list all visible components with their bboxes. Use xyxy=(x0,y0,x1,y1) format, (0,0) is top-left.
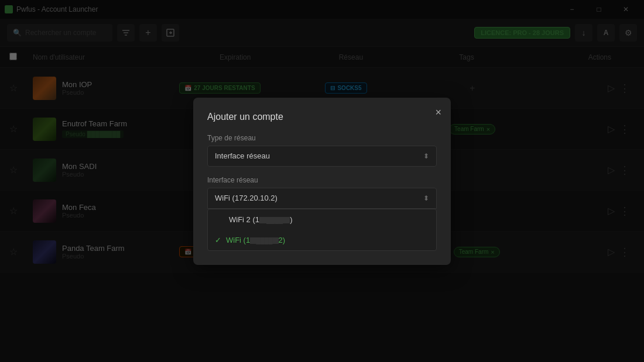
dropdown-options: WiFi 2 (1████) ✓ WiFi (1████2) xyxy=(207,209,437,251)
interface-label: Interface réseau xyxy=(207,176,437,184)
option-label: WiFi (1████2) xyxy=(226,236,285,244)
chevron-icon: ⬍ xyxy=(423,152,429,160)
interface-value: WiFi (172.20.10.2) xyxy=(215,194,278,202)
interface-select[interactable]: WiFi (172.20.10.2) ⬍ xyxy=(207,188,437,209)
checkmark-icon: ✓ xyxy=(215,236,221,244)
modal-overlay[interactable]: Ajouter un compte × Type de réseau Inter… xyxy=(0,0,644,362)
chevron-icon: ⬍ xyxy=(423,194,429,202)
network-type-select[interactable]: Interface réseau ⬍ xyxy=(207,146,437,167)
modal-title: Ajouter un compte xyxy=(207,112,437,122)
modal-close-button[interactable]: × xyxy=(435,107,441,118)
network-type-value: Interface réseau xyxy=(215,151,270,160)
network-type-label: Type de réseau xyxy=(207,134,437,142)
dropdown-option-selected[interactable]: ✓ WiFi (1████2) xyxy=(208,230,436,250)
option-label: WiFi 2 (1████) xyxy=(229,215,293,224)
add-account-modal: Ajouter un compte × Type de réseau Inter… xyxy=(193,98,451,265)
dropdown-option[interactable]: WiFi 2 (1████) xyxy=(208,209,436,230)
